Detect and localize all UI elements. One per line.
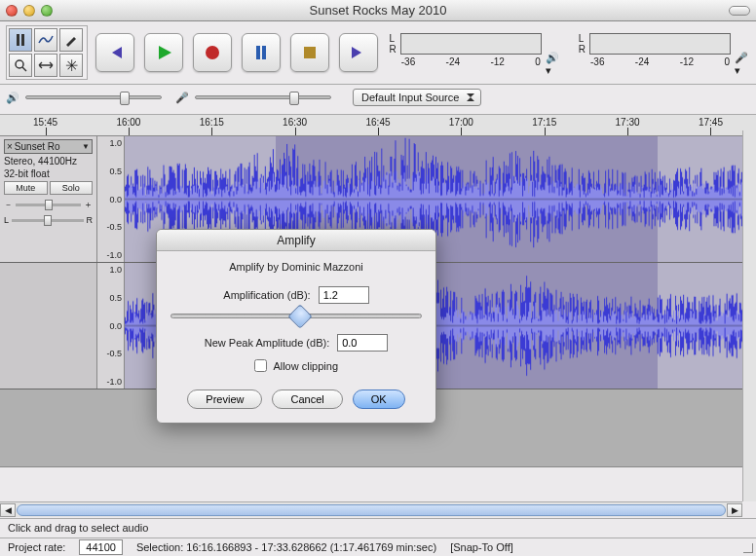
preview-button[interactable]: Preview	[187, 389, 262, 409]
track-format-1: Stereo, 44100Hz	[4, 156, 93, 167]
solo-button[interactable]: Solo	[50, 181, 94, 195]
transport-controls	[95, 33, 378, 72]
svg-point-1	[206, 46, 219, 59]
mute-button[interactable]: Mute	[4, 181, 48, 195]
selection-tool[interactable]	[9, 28, 32, 52]
timeline-ruler[interactable]: 15:45 16:00 16:15 16:30 16:45 17:00 17:1…	[0, 115, 756, 136]
input-volume-slider[interactable]: 🎤	[175, 92, 331, 104]
tool-palette: ✳	[6, 25, 88, 80]
input-source-select[interactable]: Default Input Source	[353, 89, 481, 106]
draw-tool[interactable]	[59, 28, 83, 52]
status-info-bar: Project rate: 44100 Selection: 16:16.166…	[0, 537, 756, 556]
peak-amplitude-input[interactable]	[337, 334, 388, 352]
speaker-icon[interactable]: 🔊▾	[546, 56, 561, 72]
track-control-panel	[0, 263, 97, 389]
output-volume-slider[interactable]: 🔊	[6, 92, 162, 104]
horizontal-scrollbar[interactable]: ◀ ▶	[0, 501, 742, 517]
allow-clipping-label: Allow clipping	[273, 360, 338, 372]
peak-amplitude-label: New Peak Amplitude (dB):	[205, 337, 329, 349]
meter-r-label: R	[390, 44, 397, 55]
skip-start-button[interactable]	[95, 33, 134, 72]
record-meter: LR -36-24-120 🎤▾	[579, 33, 750, 72]
track-control-panel: × Sunset Ro Stereo, 44100Hz 32-bit float…	[0, 136, 97, 262]
stop-button[interactable]	[290, 33, 329, 72]
cancel-button[interactable]: Cancel	[272, 389, 342, 409]
project-rate-label: Project rate:	[8, 541, 65, 553]
scroll-right-button[interactable]: ▶	[727, 503, 742, 517]
project-rate-value[interactable]: 44100	[79, 539, 123, 555]
track-menu[interactable]: × Sunset Ro	[4, 139, 93, 154]
window-titlebar: Sunset Rocks May 2010	[0, 0, 756, 21]
timeshift-tool[interactable]	[34, 54, 57, 77]
amplitude-axis: 1.00.50.0-0.5-1.0	[97, 136, 125, 262]
record-button[interactable]	[193, 33, 232, 72]
skip-end-button[interactable]	[339, 33, 378, 72]
status-hint-bar: Click and drag to select audio	[0, 518, 756, 537]
main-toolbar: ✳ LR -36-24-120 🔊▾ LR -36-24-120 🎤▾	[0, 21, 756, 85]
scroll-thumb[interactable]	[17, 504, 726, 516]
snap-to-readout: [Snap-To Off]	[450, 541, 513, 553]
dialog-title: Amplify	[157, 234, 435, 247]
scroll-left-button[interactable]: ◀	[0, 503, 16, 517]
mixer-toolbar: 🔊 🎤 Default Input Source	[0, 85, 756, 115]
gain-slider[interactable]: －＋	[4, 199, 93, 211]
playback-meter: LR -36-24-120 🔊▾	[390, 33, 561, 72]
pan-slider[interactable]: LR	[4, 215, 93, 225]
meters-panel: LR -36-24-120 🔊▾ LR -36-24-120 🎤▾	[390, 33, 750, 72]
dialog-titlebar[interactable]: Amplify	[157, 230, 435, 251]
amplitude-axis: 1.00.50.0-0.5-1.0	[97, 263, 125, 389]
pause-button[interactable]	[242, 33, 281, 72]
status-hint: Click and drag to select audio	[8, 522, 148, 534]
amplification-slider[interactable]	[170, 314, 422, 318]
play-button[interactable]	[144, 33, 183, 72]
ok-button[interactable]: OK	[353, 389, 405, 409]
amplification-input[interactable]	[319, 286, 369, 304]
window-title: Sunset Rocks May 2010	[0, 3, 756, 18]
multi-tool[interactable]: ✳	[59, 54, 83, 77]
zoom-tool[interactable]	[9, 54, 32, 77]
svg-point-0	[16, 60, 23, 68]
envelope-tool[interactable]	[34, 28, 57, 52]
speaker-small-icon: 🔊	[6, 92, 19, 104]
svg-rect-2	[304, 47, 316, 58]
dialog-credit: Amplify by Dominic Mazzoni	[170, 261, 422, 273]
resize-grip[interactable]	[742, 542, 754, 554]
meter-l-label: L	[390, 33, 397, 44]
mic-small-icon: 🎤	[175, 92, 189, 104]
vertical-scrollbar[interactable]	[742, 130, 756, 501]
mic-icon[interactable]: 🎤▾	[735, 56, 750, 72]
amplify-dialog: Amplify Amplify by Dominic Mazzoni Ampli…	[156, 229, 436, 424]
track-format-2: 32-bit float	[4, 168, 93, 179]
amplification-label: Amplification (dB):	[223, 289, 310, 301]
selection-readout: Selection: 16:16.166893 - 17:33.628662 (…	[136, 541, 436, 553]
allow-clipping-checkbox[interactable]	[254, 359, 267, 372]
